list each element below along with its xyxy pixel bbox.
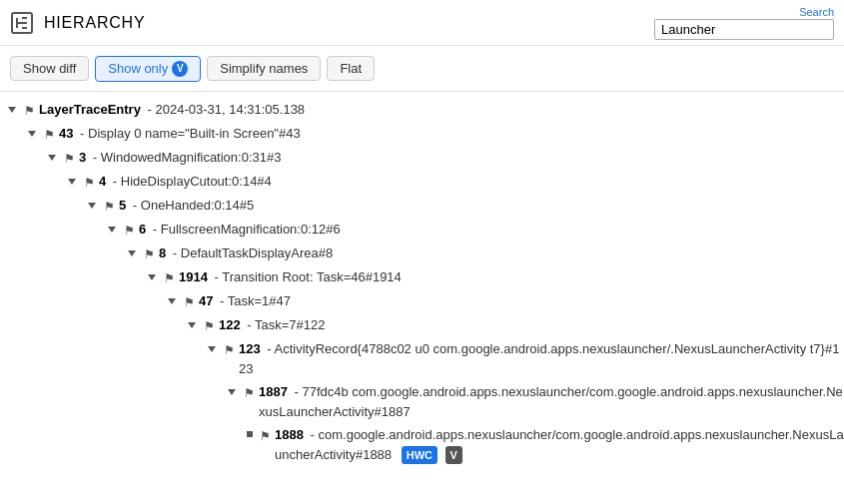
- svg-marker-16: [228, 389, 236, 395]
- tree-row[interactable]: ⚑ 123 - ActivityRecord{4788c02 u0 com.go…: [0, 337, 844, 380]
- tree-row[interactable]: ⚑ 1888 - com.google.android.apps.nexusla…: [0, 423, 844, 466]
- node-content: 4 - HideDisplayCutout:0:14#4: [99, 172, 272, 192]
- tree-row[interactable]: ⚑ 1914 - Transition Root: Task=46#1914: [0, 265, 844, 289]
- node-content: 122 - Task=7#122: [219, 315, 326, 335]
- node-content: 5 - OneHanded:0:14#5: [119, 196, 254, 216]
- flag-icon: ⚑: [164, 269, 175, 287]
- flag-icon: ⚑: [204, 317, 215, 335]
- tree-row[interactable]: ⚑ 3 - WindowedMagnification:0:31#3: [0, 146, 844, 170]
- flag-icon: ⚑: [104, 198, 115, 216]
- flag-icon: ⚑: [224, 341, 235, 359]
- flag-icon: ⚑: [24, 102, 35, 120]
- badge-hwc: HWC: [402, 446, 437, 465]
- svg-marker-10: [108, 227, 116, 233]
- tree-row[interactable]: ⚑ 4 - HideDisplayCutout:0:14#4: [0, 170, 844, 194]
- toggle-collapse[interactable]: [84, 198, 100, 214]
- svg-marker-12: [148, 274, 156, 280]
- node-content: LayerTraceEntry - 2024-03-31, 14:31:05.1…: [39, 100, 305, 120]
- search-label: Search: [799, 6, 834, 18]
- search-area: Search: [654, 6, 834, 40]
- tree-row[interactable]: ⚑ 47 - Task=1#47: [0, 289, 844, 313]
- svg-marker-13: [168, 298, 176, 304]
- toggle-collapse[interactable]: [4, 102, 20, 118]
- toggle-collapse[interactable]: [144, 269, 160, 285]
- hierarchy-icon: [10, 11, 34, 35]
- tree-container[interactable]: ⚑ LayerTraceEntry - 2024-03-31, 14:31:05…: [0, 92, 844, 504]
- tree-row[interactable]: ⚑ LayerTraceEntry - 2024-03-31, 14:31:05…: [0, 98, 844, 122]
- svg-marker-6: [28, 131, 36, 137]
- toggle-collapse[interactable]: [124, 246, 140, 261]
- toggle-collapse[interactable]: [64, 174, 80, 190]
- simplify-names-button[interactable]: Simplify names: [207, 56, 321, 81]
- toggle-collapse[interactable]: [184, 317, 200, 333]
- search-input[interactable]: [654, 19, 834, 40]
- show-only-label: Show only: [108, 61, 168, 76]
- node-content: 6 - FullscreenMagnification:0:12#6: [139, 220, 341, 240]
- tree-row[interactable]: ⚑ 5 - OneHanded:0:14#5: [0, 194, 844, 218]
- flag-icon: ⚑: [260, 427, 271, 445]
- svg-marker-8: [68, 179, 76, 185]
- svg-rect-17: [247, 431, 253, 437]
- toggle-collapse[interactable]: [164, 293, 180, 309]
- flag-icon: ⚑: [244, 384, 255, 402]
- toggle-collapse[interactable]: [104, 222, 120, 238]
- node-content: 1887 - 77fdc4b com.google.android.apps.n…: [259, 382, 844, 421]
- page-title: HIERARCHY: [44, 14, 145, 32]
- tree-row[interactable]: ⚑ 1887 - 77fdc4b com.google.android.apps…: [0, 380, 844, 423]
- node-content: 3 - WindowedMagnification:0:31#3: [79, 148, 281, 168]
- toolbar: Show diff Show only V Simplify names Fla…: [0, 46, 844, 92]
- node-content: 1914 - Transition Root: Task=46#1914: [179, 267, 402, 287]
- tree-row[interactable]: ⚑ 43 - Display 0 name="Built-in Screen"#…: [0, 122, 844, 146]
- svg-marker-5: [8, 107, 16, 113]
- toggle-collapse[interactable]: [204, 341, 220, 357]
- node-content: 8 - DefaultTaskDisplayArea#8: [159, 244, 333, 263]
- svg-marker-9: [88, 203, 96, 209]
- svg-marker-11: [128, 251, 136, 256]
- svg-marker-7: [48, 155, 56, 161]
- toggle-collapse[interactable]: [24, 126, 40, 142]
- header-left: HIERARCHY: [10, 11, 145, 35]
- flag-icon: ⚑: [124, 222, 135, 240]
- header: HIERARCHY Search: [0, 0, 844, 46]
- leaf-icon: [246, 430, 254, 438]
- flag-icon: ⚑: [44, 126, 55, 144]
- flat-button[interactable]: Flat: [327, 56, 375, 81]
- badge-v: V: [445, 446, 462, 465]
- node-content: 1888 - com.google.android.apps.nexuslaun…: [275, 425, 844, 464]
- tree-row[interactable]: ⚑ 122 - Task=7#122: [0, 313, 844, 337]
- svg-marker-15: [208, 346, 216, 352]
- show-only-button[interactable]: Show only V: [95, 56, 201, 82]
- flag-icon: ⚑: [64, 150, 75, 168]
- node-content: 123 - ActivityRecord{4788c02 u0 com.goog…: [239, 339, 844, 378]
- flag-icon: ⚑: [84, 174, 95, 192]
- flag-icon: ⚑: [184, 293, 195, 311]
- node-content: 43 - Display 0 name="Built-in Screen"#43: [59, 124, 301, 144]
- toggle-collapse[interactable]: [44, 150, 60, 166]
- flag-icon: ⚑: [144, 246, 155, 263]
- tree-row[interactable]: ⚑ 8 - DefaultTaskDisplayArea#8: [0, 242, 844, 265]
- svg-marker-14: [188, 322, 196, 328]
- tree-row[interactable]: ⚑ 6 - FullscreenMagnification:0:12#6: [0, 218, 844, 242]
- show-diff-button[interactable]: Show diff: [10, 56, 89, 81]
- toggle-collapse[interactable]: [224, 384, 240, 400]
- node-content: 47 - Task=1#47: [199, 291, 291, 311]
- show-only-badge: V: [172, 61, 188, 77]
